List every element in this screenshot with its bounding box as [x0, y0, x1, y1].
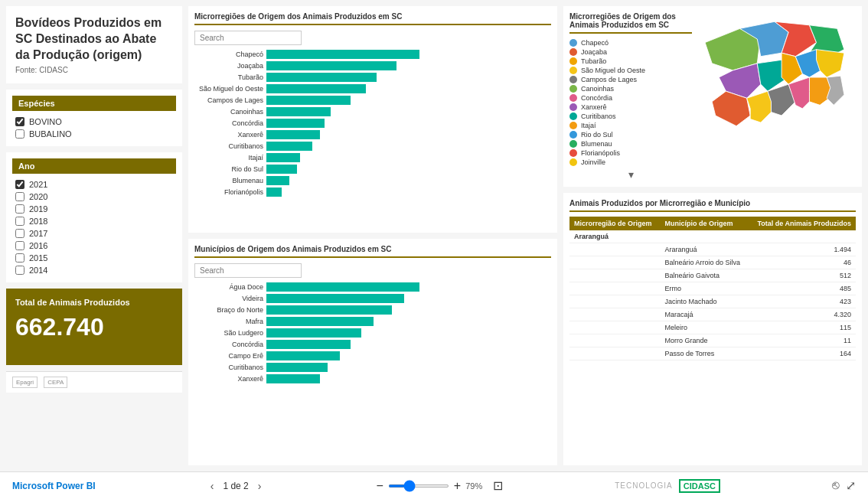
legend-item: Xanxerê: [569, 103, 692, 112]
powerbi-link[interactable]: Microsoft Power BI: [12, 481, 96, 491]
table-row[interactable]: Jacinto Machado423: [569, 295, 856, 308]
year-2020-item[interactable]: 2020: [12, 191, 176, 203]
fullscreen-icon[interactable]: ⤢: [846, 478, 856, 493]
bar-row: Florianópolis: [194, 188, 551, 197]
year-2021-checkbox[interactable]: [15, 180, 24, 189]
legend-item-label: Curitibanos: [581, 113, 616, 120]
year-2015-item[interactable]: 2015: [12, 252, 176, 264]
region-cell: Araranguá: [569, 230, 856, 243]
legend-item-label: São Miguel do Oeste: [581, 67, 645, 74]
year-2016-checkbox[interactable]: [15, 241, 24, 250]
legend-item-label: Joaçaba: [581, 48, 607, 56]
sc-map[interactable]: [698, 12, 851, 142]
bottom-search-input[interactable]: [194, 263, 302, 278]
year-2017-checkbox[interactable]: [15, 229, 24, 238]
page-title: Bovídeos Produzidos em SC Destinados ao …: [15, 15, 173, 63]
bar-label: Xanxerê: [194, 375, 263, 383]
report-body: Bovídeos Produzidos em SC Destinados ao …: [0, 0, 868, 471]
bar-row: Concórdia: [194, 340, 551, 349]
bar-label: Campos de Lages: [194, 96, 263, 104]
year-2017-label: 2017: [29, 229, 47, 238]
legend-item: Itajaí: [569, 121, 692, 130]
bottom-bar: Microsoft Power BI ‹ 1 de 2 › − + 79% ⊡ …: [0, 471, 868, 499]
year-2014-item[interactable]: 2014: [12, 264, 176, 276]
table-title: Animais Produzidos por Microrregião e Mu…: [569, 199, 856, 212]
zoom-bar: − + 79% ⊡: [376, 478, 503, 493]
year-2018-checkbox[interactable]: [15, 217, 24, 226]
total-cell: 4.320: [749, 308, 856, 321]
table-row[interactable]: Morro Grande11: [569, 334, 856, 347]
year-2014-checkbox[interactable]: [15, 266, 24, 275]
year-2015-label: 2015: [29, 253, 47, 263]
total-label: Total de Animais Produzidos: [15, 298, 173, 307]
legend-dot: [569, 140, 577, 148]
zoom-minus-icon[interactable]: −: [376, 479, 383, 493]
legend-more-icon[interactable]: ▾: [569, 168, 692, 181]
bar-row: Curitibanos: [194, 142, 551, 151]
bar-fill: [266, 130, 320, 139]
bar-label: São Ludgero: [194, 329, 263, 337]
municipio-cell: Morro Grande: [660, 334, 748, 347]
table-row[interactable]: Balneário Arroio do Silva46: [569, 256, 856, 269]
legend-title: Microrregiões de Origem dos Animais Prod…: [569, 12, 692, 34]
table-row[interactable]: Ermo485: [569, 282, 856, 295]
legend-item: Canoinhas: [569, 84, 692, 93]
bar-row: São Ludgero: [194, 328, 551, 338]
bovino-checkbox-item[interactable]: BOVINO: [12, 116, 176, 128]
top-search-input[interactable]: [194, 31, 302, 45]
year-2020-checkbox[interactable]: [15, 192, 24, 201]
table-row[interactable]: Maracajá4.320: [569, 308, 856, 321]
left-panel: Bovídeos Produzidos em SC Destinados ao …: [6, 6, 182, 465]
bottom-chart-title: Municípios de Origem dos Animais Produzi…: [194, 245, 551, 258]
legend-dot: [569, 122, 577, 129]
year-2018-item[interactable]: 2018: [12, 215, 176, 227]
table-row[interactable]: Balneário Gaivota512: [569, 269, 856, 282]
microrregiao-cell: [569, 308, 660, 321]
legend-item: São Miguel do Oeste: [569, 66, 692, 75]
page-prev-button[interactable]: ‹: [207, 480, 217, 492]
page-indicator: 1 de 2: [223, 481, 248, 491]
bar-label: Chapecó: [194, 51, 263, 58]
bovino-checkbox[interactable]: [15, 117, 24, 126]
bar-label: São Miguel do Oeste: [194, 85, 263, 93]
cepa-logo: CEPA: [44, 377, 67, 388]
zoom-slider[interactable]: [388, 484, 449, 488]
table-row[interactable]: Praia Grande752: [569, 360, 856, 363]
fit-page-icon[interactable]: ⊡: [493, 478, 503, 493]
bar-fill: [266, 282, 419, 292]
year-2019-item[interactable]: 2019: [12, 203, 176, 215]
bar-row: Canoinhas: [194, 107, 551, 116]
bar-row: Mafra: [194, 317, 551, 326]
bar-fill: [266, 61, 396, 70]
bar-label: Curitibanos: [194, 142, 263, 150]
table-row[interactable]: Araranguá1.494: [569, 243, 856, 256]
bovino-label: BOVINO: [29, 117, 62, 126]
bubalino-checkbox[interactable]: [15, 129, 24, 139]
legend-item: Curitibanos: [569, 112, 692, 121]
page-next-button[interactable]: ›: [255, 480, 265, 492]
year-2017-item[interactable]: 2017: [12, 227, 176, 240]
table-row[interactable]: Araranguá: [569, 230, 856, 243]
legend-item: Joinville: [569, 158, 692, 167]
zoom-percent: 79%: [465, 481, 482, 491]
year-2019-checkbox[interactable]: [15, 204, 24, 214]
total-cell: 485: [749, 282, 856, 295]
year-2016-item[interactable]: 2016: [12, 240, 176, 252]
bubalino-checkbox-item[interactable]: BUBALINO: [12, 128, 176, 140]
year-2015-checkbox[interactable]: [15, 253, 24, 263]
legend-item-label: Chapecó: [581, 39, 609, 47]
table-row[interactable]: Passo de Torres164: [569, 347, 856, 360]
share-icon[interactable]: ⎋: [832, 478, 840, 493]
zoom-plus-icon[interactable]: +: [454, 479, 461, 493]
bar-label: Curitibanos: [194, 364, 263, 371]
main-container: Bovídeos Produzidos em SC Destinados ao …: [0, 0, 868, 499]
legend-dot: [569, 48, 577, 56]
year-2021-item[interactable]: 2021: [12, 178, 176, 191]
legend-dot: [569, 85, 577, 93]
bar-label: Concórdia: [194, 119, 263, 127]
table-scroll[interactable]: Microrregião de Origem Município de Orig…: [569, 217, 856, 362]
table-row[interactable]: Meleiro115: [569, 321, 856, 334]
legend-item-label: Florianópolis: [581, 149, 620, 157]
total-cell: 423: [749, 295, 856, 308]
cidasc-logo: CIDASC: [679, 479, 720, 493]
